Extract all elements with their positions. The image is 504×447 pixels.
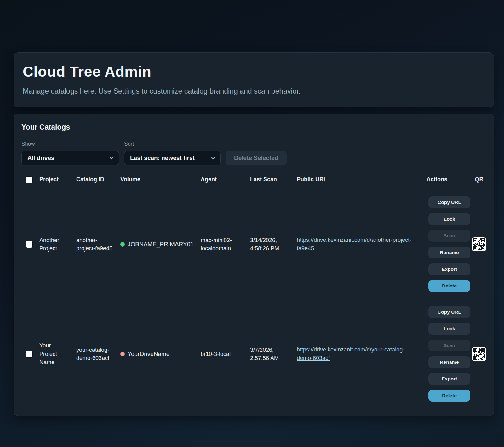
- select-all-checkbox[interactable]: [26, 177, 32, 183]
- table-body: Another Project another-project-fa9e45 J…: [21, 189, 486, 409]
- volume-status-dot: [120, 352, 125, 356]
- row-checkbox[interactable]: [26, 241, 32, 248]
- lock-button[interactable]: Lock: [428, 213, 470, 225]
- show-filter-field: Show All drives: [21, 141, 119, 165]
- catalog-id-cell: another-project-fa9e45: [76, 236, 120, 253]
- export-button[interactable]: Export: [428, 263, 470, 275]
- volume-status-dot: [120, 242, 125, 247]
- page-subtitle: Manage catalogs here. Use Settings to cu…: [23, 87, 485, 96]
- table-header: Project Catalog ID Volume Agent Last Sca…: [21, 170, 486, 189]
- column-header-project: Project: [39, 175, 76, 183]
- delete-button[interactable]: Delete: [428, 280, 470, 292]
- table-row: Your Project Name your-catalog-demo-603a…: [21, 299, 486, 409]
- volume-cell: YourDriveName: [120, 350, 201, 358]
- scan-button[interactable]: Scan: [428, 340, 470, 351]
- qr-icon: [472, 237, 486, 251]
- qr-icon: [472, 347, 486, 361]
- column-header-catalog-id: Catalog ID: [76, 175, 120, 183]
- lock-button[interactable]: Lock: [428, 323, 470, 335]
- rename-button[interactable]: Rename: [428, 247, 470, 258]
- agent-cell: br10-3-local: [201, 350, 250, 358]
- row-checkbox[interactable]: [26, 351, 32, 357]
- column-header-actions: Actions: [427, 175, 472, 183]
- header-panel: Cloud Tree Admin Manage catalogs here. U…: [14, 52, 494, 107]
- sort-value: Last scan: newest first: [130, 154, 195, 161]
- project-cell: Another Project: [39, 236, 76, 253]
- sort-label: Sort: [124, 141, 220, 147]
- copy-url-button[interactable]: Copy URL: [428, 196, 470, 208]
- volume-name: JOBNAME_PRIMARY01: [128, 240, 194, 249]
- last-scan-cell: 3/14/2026, 4:58:26 PM: [250, 236, 297, 253]
- volume-name: YourDriveName: [128, 350, 169, 358]
- delete-button[interactable]: Delete: [428, 390, 470, 402]
- page-title: Cloud Tree Admin: [23, 63, 485, 80]
- delete-selected-button[interactable]: Delete Selected: [226, 151, 287, 165]
- show-filter-value: All drives: [27, 154, 54, 161]
- catalog-id-cell: your-catalog-demo-603acf: [76, 346, 120, 362]
- controls-bar: Show All drives Sort Last scan: newest f…: [21, 141, 486, 165]
- page: Cloud Tree Admin Manage catalogs here. U…: [0, 0, 504, 416]
- volume-cell: JOBNAME_PRIMARY01: [120, 240, 201, 249]
- sort-field: Sort Last scan: newest first: [124, 141, 220, 165]
- table-row: Another Project another-project-fa9e45 J…: [21, 189, 486, 299]
- rename-button[interactable]: Rename: [428, 356, 470, 368]
- column-header-volume: Volume: [120, 175, 201, 183]
- export-button[interactable]: Export: [428, 373, 470, 385]
- chevron-down-icon: [211, 155, 215, 159]
- agent-cell: mac-mini02-localdomain: [201, 236, 250, 253]
- last-scan-cell: 3/7/2026, 2:57:56 AM: [250, 346, 297, 362]
- section-title: Your Catalogs: [21, 123, 486, 131]
- chevron-down-icon: [110, 155, 114, 159]
- scan-button[interactable]: Scan: [428, 230, 470, 242]
- show-filter-select[interactable]: All drives: [21, 151, 119, 165]
- column-header-last-scan: Last Scan: [250, 175, 297, 183]
- column-header-public-url: Public URL: [297, 175, 427, 183]
- column-header-agent: Agent: [201, 175, 250, 183]
- actions-cell: Copy URL Lock Scan Rename Export Delete: [427, 196, 472, 292]
- project-cell: Your Project Name: [39, 341, 76, 366]
- copy-url-button[interactable]: Copy URL: [428, 306, 470, 318]
- public-url-link[interactable]: https://drive.kevinzanit.com/d/your-cata…: [297, 346, 404, 361]
- column-header-qr: QR: [472, 175, 486, 183]
- catalogs-panel: Your Catalogs Show All drives Sort Last …: [14, 114, 494, 416]
- actions-cell: Copy URL Lock Scan Rename Export Delete: [427, 306, 472, 402]
- public-url-link[interactable]: https://drive.kevinzanit.com/d/another-p…: [297, 237, 411, 252]
- show-filter-label: Show: [21, 141, 119, 147]
- sort-select[interactable]: Last scan: newest first: [124, 151, 220, 165]
